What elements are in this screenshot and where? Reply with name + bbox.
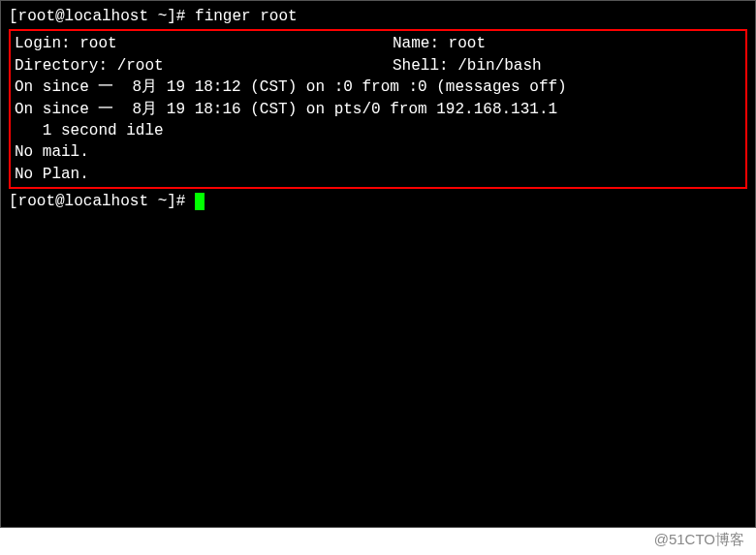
directory-label: Directory: xyxy=(15,57,117,75)
directory-value: /root xyxy=(117,57,164,75)
idle-line: 1 second idle xyxy=(15,120,741,141)
name-label: Name: xyxy=(393,35,449,52)
mail-line: No mail. xyxy=(15,141,741,163)
session-line-2: On since 一 8月 19 18:16 (CST) on pts/0 fr… xyxy=(15,99,741,120)
name-value: root xyxy=(449,35,486,52)
login-value: root xyxy=(79,35,116,52)
shell-label: Shell: xyxy=(393,57,457,75)
highlighted-output-box: Login: root Name: root Directory: /root … xyxy=(9,29,747,189)
plan-line: No Plan. xyxy=(15,164,741,185)
cursor-block xyxy=(195,193,205,210)
login-label: Login: xyxy=(15,35,79,52)
shell-prompt: [root@localhost ~]# xyxy=(9,193,195,210)
shell-value: /bin/bash xyxy=(457,57,541,75)
session-line-1: On since 一 8月 19 18:12 (CST) on :0 from … xyxy=(15,77,741,98)
typed-command: finger root xyxy=(195,8,298,25)
watermark-text: @51CTO博客 xyxy=(654,529,744,549)
shell-prompt: [root@localhost ~]# xyxy=(9,8,195,25)
command-line-2[interactable]: [root@localhost ~]# xyxy=(9,191,747,212)
terminal-window[interactable]: [root@localhost ~]# finger root Login: r… xyxy=(0,0,756,528)
dir-shell-row: Directory: /root Shell: /bin/bash xyxy=(15,55,741,77)
command-line-1: [root@localhost ~]# finger root xyxy=(9,6,747,27)
login-name-row: Login: root Name: root xyxy=(15,33,741,54)
